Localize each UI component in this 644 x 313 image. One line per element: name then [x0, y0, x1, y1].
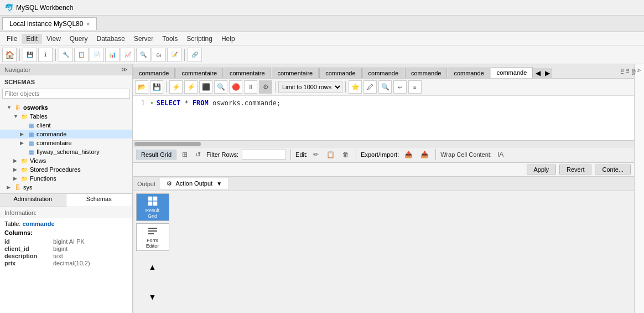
tree-item-commande[interactable]: ▶ ▦ commande [0, 130, 132, 138]
field-types-btn[interactable]: ⊞ [180, 150, 190, 159]
scroll-down-button[interactable]: ▼ [136, 283, 169, 311]
result-grid-label: ResultGrid [146, 208, 160, 219]
action-output-dropdown[interactable]: ▼ [216, 181, 222, 187]
refresh-btn[interactable]: ↺ [193, 150, 203, 159]
tree-item-stored-procedures[interactable]: ▶ 📁 Stored Procedures [0, 165, 132, 174]
scroll-up-button[interactable]: ▲ [136, 253, 169, 281]
query-tab-active[interactable]: commande [491, 67, 533, 78]
expand-arrow: ▶ [20, 140, 27, 146]
tab-administration[interactable]: Administration [0, 194, 66, 207]
tree-item-osworks[interactable]: ▼ 🗄 osworks [0, 103, 132, 112]
toolbar-btn-5[interactable]: 📄 [90, 48, 104, 62]
tree-item-client[interactable]: ▦ client [0, 121, 132, 130]
save-file-btn[interactable]: 💾 [150, 80, 163, 94]
tab-nav-right[interactable]: ▶ [543, 68, 552, 78]
tree-item-sys[interactable]: ▶ 🗄 sys [0, 183, 132, 192]
toolbar-btn-10[interactable]: 📝 [167, 48, 181, 62]
toolbar-btn-4[interactable]: 📋 [74, 48, 89, 62]
toolbar-btn-11[interactable]: 🔗 [188, 48, 202, 62]
limit-rows-select[interactable]: Limit to 1000 rows No Limit Limit to 200… [278, 81, 342, 93]
sep2 [356, 149, 356, 160]
import-btn[interactable]: 📥 [418, 150, 431, 159]
menu-scripting[interactable]: Scripting [182, 34, 217, 44]
output-label: Output [133, 178, 160, 189]
tree-item-tables[interactable]: ▼ 📁 Tables [0, 112, 132, 121]
execute-selection-btn[interactable]: ⚡ [184, 80, 198, 94]
edit-label: Edit: [295, 151, 308, 158]
export-btn[interactable]: 📤 [402, 150, 415, 159]
tree-item-views[interactable]: ▶ 📁 Views [0, 156, 132, 165]
sql-editor[interactable]: 1 ● SELECT * FROM osworks.commande; [133, 96, 634, 140]
navigator-collapse-icon[interactable]: ≫ [121, 66, 128, 73]
toolbar-btn-3[interactable]: 🔧 [59, 48, 73, 62]
menu-view[interactable]: View [42, 34, 65, 44]
tab-nav-left[interactable]: ◀ [533, 68, 543, 78]
stop-btn[interactable]: ⬛ [199, 80, 212, 94]
form-editor-label: FormEditor [146, 238, 159, 249]
query-tabs-bar: commande commentaire commentaire comment… [133, 64, 634, 79]
format-btn[interactable]: 🖊 [363, 80, 377, 94]
filter-rows-input[interactable] [242, 150, 286, 160]
editor-scrollbar[interactable] [133, 141, 634, 147]
edit-btn-3[interactable]: 🗑 [340, 150, 351, 159]
menu-tools[interactable]: Tools [158, 34, 182, 44]
auto-complete-btn[interactable]: ≡ [408, 80, 422, 94]
tree-label-client: client [37, 122, 51, 129]
navigator-header: Navigator ≫ [0, 64, 132, 75]
result-grid-button[interactable]: ResultGrid [136, 193, 169, 221]
menu-help[interactable]: Help [217, 34, 240, 44]
explain-btn[interactable]: 🔴 [229, 80, 242, 94]
sep1 [166, 81, 167, 93]
action-output-tab[interactable]: ⚙ Action Output ▼ [160, 178, 229, 189]
query-tab-2[interactable]: commentaire [175, 68, 223, 78]
svg-rect-3 [153, 202, 157, 206]
toolbar-open-btn[interactable]: ℹ [38, 48, 53, 62]
revert-button[interactable]: Revert [559, 165, 591, 175]
tree-item-commentaire[interactable]: ▶ ▦ commentaire [0, 138, 132, 147]
apply-button[interactable]: Apply [527, 165, 557, 175]
table-info-panel: Table: commande Columns: id bigint AI PK… [0, 218, 132, 313]
query-tab-8[interactable]: commande [448, 68, 490, 78]
query-tab-5[interactable]: commande [319, 68, 361, 78]
query-tab-3[interactable]: commentaire [224, 68, 271, 78]
undo-btn[interactable]: ↩ [393, 80, 407, 94]
menu-query[interactable]: Query [65, 34, 92, 44]
edit-btn-1[interactable]: ✏ [311, 150, 321, 159]
filter-objects-input[interactable] [2, 89, 130, 99]
columns-label: Columns: [4, 229, 33, 236]
bookmark-btn[interactable]: ⭐ [349, 80, 362, 94]
tab-schemas[interactable]: Schemas [66, 194, 133, 207]
query-tab-1[interactable]: commande [133, 68, 175, 78]
instance-tab[interactable]: Local instance MySQL80 × [2, 17, 97, 30]
toolbar-btn-9[interactable]: 🗂 [152, 48, 166, 62]
toolbar-btn-7[interactable]: 📈 [121, 48, 135, 62]
tab-close-button[interactable]: × [86, 21, 90, 27]
find-btn[interactable]: 🔍 [378, 80, 392, 94]
right-panel: commande commentaire commentaire comment… [133, 64, 634, 313]
tree-item-flyway[interactable]: ▦ flyway_schema_history [0, 147, 132, 156]
tree-item-functions[interactable]: ▶ 📁 Functions [0, 174, 132, 183]
execute-btn[interactable]: ⚡ [169, 80, 183, 94]
result-grid-tab[interactable]: Result Grid [136, 150, 176, 160]
instance-tab-label: Local instance MySQL80 [9, 20, 83, 28]
menu-edit[interactable]: Edit [22, 34, 42, 44]
query-tab-7[interactable]: commande [405, 68, 447, 78]
toolbar-new-connection-btn[interactable]: 💾 [23, 48, 37, 62]
inspect-btn[interactable]: 🔍 [214, 80, 227, 94]
stop2-btn[interactable]: ⏸ [244, 80, 257, 94]
menu-file[interactable]: File [2, 34, 22, 44]
open-file-btn[interactable]: 📂 [135, 80, 148, 94]
form-editor-button[interactable]: FormEditor [136, 223, 169, 251]
sql-code[interactable]: SELECT * FROM osworks.commande; [154, 98, 634, 138]
menu-server[interactable]: Server [129, 34, 158, 44]
scrollbar-thumb[interactable] [134, 142, 201, 146]
wrap-btn[interactable]: IA [495, 150, 506, 159]
toolbar-home-btn[interactable]: 🏠 [2, 48, 17, 62]
query-tab-4[interactable]: commentaire [272, 68, 319, 78]
run-btn[interactable]: ⚙ [259, 80, 272, 94]
toolbar-btn-8[interactable]: 🔍 [136, 48, 150, 62]
edit-btn-2[interactable]: 📋 [324, 150, 337, 159]
query-tab-6[interactable]: commande [362, 68, 404, 78]
toolbar-btn-6[interactable]: 📊 [105, 48, 120, 62]
menu-database[interactable]: Database [92, 34, 129, 44]
